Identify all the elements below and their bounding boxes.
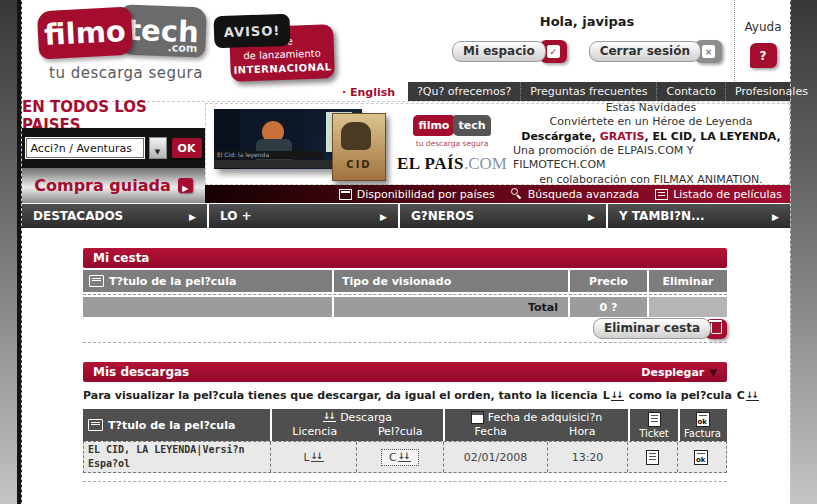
eliminar-cesta-button[interactable]: Eliminar cesta (593, 318, 727, 339)
mi-espacio-button[interactable]: Mi espacio (452, 40, 567, 63)
ticket-icon (646, 450, 659, 465)
cerrar-sesion-label: Cerrar sesión (589, 41, 701, 62)
dl-col-titulo: T?tulo de la pel?cula (83, 409, 270, 441)
top-nav: ?Qu? ofrecemos? Preguntas frecuentes Con… (408, 82, 790, 101)
busqueda-avanzada-link[interactable]: Búsqueda avanzada (511, 188, 639, 201)
help-icon[interactable]: ? (750, 43, 777, 68)
double-down-arrow-icon (311, 452, 324, 462)
dl-col-fecha: Fecha (445, 425, 537, 441)
download-fecha: 02/01/2008 (443, 442, 547, 472)
paises-title: EN TODOS LOS PAISES (22, 103, 205, 128)
section-divider (83, 342, 727, 343)
logo-domain: .com (167, 41, 197, 55)
dl-col-pelicula: Pel?cula (358, 425, 444, 441)
aviso-line3: INTERNACIONAL (233, 60, 332, 77)
main-nav-generos[interactable]: G?NEROS (400, 204, 606, 228)
dvd-title: CID (333, 159, 385, 170)
list-icon (655, 189, 668, 200)
main-nav-destacados[interactable]: DESTACADOS (22, 204, 207, 228)
top-nav-profesionales[interactable]: Profesionales (725, 82, 817, 101)
cart-total-label: Total (332, 297, 568, 317)
double-down-arrow-icon (323, 412, 336, 422)
downloads-table-header: T?tulo de la pel?cula Descarga LicenciaP… (83, 409, 727, 441)
dl-col-licencia: Licencia (272, 425, 358, 441)
top-nav-preguntas-frecuentes[interactable]: Preguntas frecuentes (520, 82, 656, 101)
help-label: Ayuda (736, 20, 790, 34)
cart-actions: Eliminar cesta (83, 318, 727, 339)
downloads-intro: Para visualizar la pel?cula tienes que d… (83, 389, 743, 402)
invoice-icon (696, 412, 710, 427)
eliminar-cesta-label: Eliminar cesta (593, 318, 711, 339)
arrow-right-icon (588, 209, 595, 223)
user-area: Hola, javipas Mi espacio Cerrar sesión (437, 14, 737, 63)
quick-links-bar: Disponibilidad por países Búsqueda avanz… (205, 185, 790, 203)
main-nav: DESTACADOS LO + G?NEROS Y TAMBI?N... (22, 204, 790, 228)
banner-artwork: El Cid: la leyenda CID (206, 104, 391, 184)
download-row-title: EL CID, LA LEYENDA|Versi?n Espa?ol (84, 442, 270, 472)
arrow-right-icon (772, 209, 779, 223)
ticket-icon (648, 412, 661, 427)
dl-col-hora: Hora (537, 425, 629, 441)
download-row: EL CID, LA LEYENDA|Versi?n Espa?ol L C 0… (83, 441, 727, 473)
arrow-right-icon (380, 209, 387, 223)
ok-button[interactable]: OK (172, 138, 202, 158)
double-down-arrow-icon (746, 391, 759, 401)
page-content: filmo tech .com tu descarga segura AVISO… (22, 0, 790, 504)
downloads-table: T?tulo de la pel?cula Descarga LicenciaP… (83, 409, 727, 473)
cart-section-header: Mi cesta (83, 248, 727, 268)
desplegar-toggle[interactable]: Desplegar (641, 366, 717, 379)
logo-gray-tile: tech .com (119, 5, 207, 58)
logo-red-tile: filmo (37, 7, 133, 60)
downloads-section-header: Mis descargas Desplegar (83, 362, 727, 382)
compra-guiada-label: Compra guiada (34, 176, 171, 195)
download-licencia-link[interactable]: L (270, 442, 356, 472)
english-link[interactable]: · English (342, 86, 395, 99)
filmotech-logo[interactable]: filmo tech .com tu descarga segura (38, 6, 214, 80)
top-nav-contacto[interactable]: Contacto (656, 82, 725, 101)
cerrar-sesion-button[interactable]: Cerrar sesión (589, 40, 722, 63)
movie-caption: El Cid: la leyenda (214, 151, 324, 159)
double-down-arrow-icon (398, 452, 411, 462)
promo-line3: Descárgate, GRATIS, EL CID, LA LEYENDA, (521, 130, 780, 144)
dl-col-factura: Factura (678, 409, 725, 441)
disponibilidad-link[interactable]: Disponibilidad por países (339, 188, 495, 201)
pelicula-download-icon: C (737, 389, 759, 402)
cart-total-value: 0 ? (568, 297, 647, 317)
banner-promo-text: Estas Navidades Conviértete en un Héroe … (513, 104, 789, 184)
mini-filmotech-logo: filmo tech (413, 115, 490, 136)
genre-selector: Acci?n / Aventuras OK (22, 128, 205, 168)
aviso-label: AVISO! (213, 14, 290, 49)
search-icon (511, 188, 523, 200)
mini-logo-tagline: tu descarga segura (416, 139, 489, 148)
genre-select-arrow[interactable] (149, 137, 167, 159)
downloads-title: Mis descargas (93, 365, 189, 379)
cart-col-eliminar: Eliminar (647, 270, 727, 292)
close-box-icon (702, 45, 715, 58)
film-title-icon (88, 419, 103, 431)
gratis-highlight: GRATIS (600, 130, 645, 143)
checkbox-icon (547, 45, 560, 58)
help-area: Ayuda ? (736, 20, 790, 68)
download-hora: 13:20 (547, 442, 627, 472)
download-factura-button[interactable] (677, 442, 724, 472)
cart-table-header: T?tulo de la pel?cula Tipo de visionado … (83, 270, 727, 292)
compra-guiada-link[interactable]: Compra guiada (22, 168, 205, 203)
cart-col-tipo: Tipo de visionado (332, 270, 568, 292)
promo-banner[interactable]: El Cid: la leyenda CID filmo tech tu des… (205, 103, 790, 185)
availability-icon (339, 189, 352, 200)
film-title-icon (89, 275, 104, 287)
double-down-arrow-icon (611, 391, 624, 401)
main-nav-lo-mas[interactable]: LO + (209, 204, 398, 228)
licencia-download-icon: L (603, 389, 624, 402)
genre-select[interactable]: Acci?n / Aventuras (26, 138, 144, 158)
top-nav-que-ofrecemos[interactable]: ?Qu? ofrecemos? (408, 82, 520, 101)
listado-peliculas-link[interactable]: Listado de películas (655, 188, 782, 201)
download-pelicula-link[interactable]: C (356, 442, 443, 472)
main-nav-y-tambien[interactable]: Y TAMBI?N... (608, 204, 790, 228)
cart-title: Mi cesta (93, 251, 149, 265)
dl-col-ticket: Ticket (628, 409, 678, 441)
download-ticket-button[interactable] (627, 442, 677, 472)
dl-col-fecha-group: Fecha de adquisici?n FechaHora (443, 409, 628, 441)
user-greeting: Hola, javipas (437, 14, 737, 29)
user-buttons: Mi espacio Cerrar sesión (437, 40, 737, 63)
